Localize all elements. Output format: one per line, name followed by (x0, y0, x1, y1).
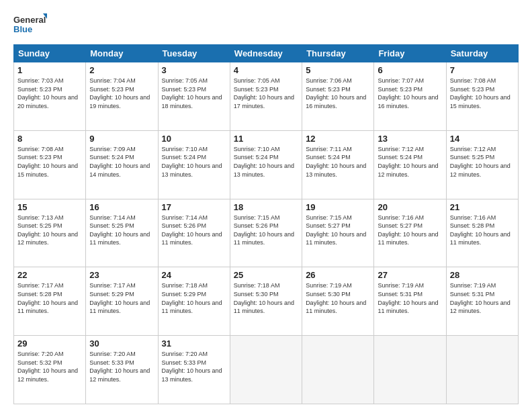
calendar-cell: 21 Sunrise: 7:16 AMSunset: 5:28 PMDaylig… (446, 199, 518, 267)
calendar-cell: 6 Sunrise: 7:07 AMSunset: 5:23 PMDayligh… (374, 62, 446, 131)
calendar-cell: 23 Sunrise: 7:17 AMSunset: 5:29 PMDaylig… (86, 267, 158, 336)
day-number: 12 (306, 134, 370, 144)
calendar-cell: 19 Sunrise: 7:15 AMSunset: 5:27 PMDaylig… (302, 199, 374, 267)
day-info: Sunrise: 7:12 AMSunset: 5:24 PMDaylight:… (378, 146, 438, 178)
calendar-cell: 11 Sunrise: 7:10 AMSunset: 5:24 PMDaylig… (230, 130, 302, 199)
day-info: Sunrise: 7:17 AMSunset: 5:29 PMDaylight:… (89, 282, 150, 314)
day-info: Sunrise: 7:20 AMSunset: 5:33 PMDaylight:… (89, 351, 150, 383)
day-info: Sunrise: 7:11 AMSunset: 5:24 PMDaylight:… (306, 146, 366, 178)
calendar-cell: 30 Sunrise: 7:20 AMSunset: 5:33 PMDaylig… (86, 336, 158, 404)
calendar-cell (302, 336, 374, 404)
day-info: Sunrise: 7:14 AMSunset: 5:25 PMDaylight:… (89, 214, 150, 246)
day-number: 14 (450, 134, 515, 144)
calendar-cell: 4 Sunrise: 7:05 AMSunset: 5:23 PMDayligh… (230, 62, 302, 131)
day-info: Sunrise: 7:14 AMSunset: 5:26 PMDaylight:… (162, 214, 222, 246)
calendar-cell: 8 Sunrise: 7:08 AMSunset: 5:23 PMDayligh… (14, 130, 86, 199)
day-info: Sunrise: 7:15 AMSunset: 5:26 PMDaylight:… (234, 214, 294, 246)
calendar-cell: 9 Sunrise: 7:09 AMSunset: 5:24 PMDayligh… (86, 130, 158, 199)
day-number: 31 (162, 338, 226, 349)
day-info: Sunrise: 7:20 AMSunset: 5:32 PMDaylight:… (17, 351, 78, 383)
day-number: 1 (17, 65, 82, 75)
day-number: 7 (450, 65, 515, 75)
calendar-cell: 25 Sunrise: 7:18 AMSunset: 5:30 PMDaylig… (230, 267, 302, 336)
day-info: Sunrise: 7:10 AMSunset: 5:24 PMDaylight:… (234, 146, 294, 178)
day-info: Sunrise: 7:05 AMSunset: 5:23 PMDaylight:… (234, 77, 294, 109)
day-info: Sunrise: 7:18 AMSunset: 5:29 PMDaylight:… (162, 282, 222, 314)
day-number: 26 (306, 270, 370, 280)
day-info: Sunrise: 7:16 AMSunset: 5:27 PMDaylight:… (378, 214, 438, 246)
calendar-week-row: 22 Sunrise: 7:17 AMSunset: 5:28 PMDaylig… (14, 267, 519, 336)
day-info: Sunrise: 7:08 AMSunset: 5:23 PMDaylight:… (450, 77, 511, 109)
day-info: Sunrise: 7:09 AMSunset: 5:24 PMDaylight:… (89, 146, 150, 178)
day-info: Sunrise: 7:19 AMSunset: 5:31 PMDaylight:… (378, 282, 438, 314)
day-number: 27 (378, 270, 442, 280)
day-header: Thursday (302, 45, 374, 62)
calendar-cell (446, 336, 518, 404)
calendar-table: SundayMondayTuesdayWednesdayThursdayFrid… (13, 44, 519, 404)
day-number: 8 (17, 134, 82, 144)
calendar-cell (230, 336, 302, 404)
calendar-cell: 28 Sunrise: 7:19 AMSunset: 5:31 PMDaylig… (446, 267, 518, 336)
calendar-cell: 1 Sunrise: 7:03 AMSunset: 5:23 PMDayligh… (14, 62, 86, 131)
day-number: 28 (450, 270, 515, 280)
day-info: Sunrise: 7:07 AMSunset: 5:23 PMDaylight:… (378, 77, 438, 109)
day-info: Sunrise: 7:08 AMSunset: 5:23 PMDaylight:… (17, 146, 78, 178)
day-info: Sunrise: 7:19 AMSunset: 5:30 PMDaylight:… (306, 282, 366, 314)
calendar-cell: 13 Sunrise: 7:12 AMSunset: 5:24 PMDaylig… (374, 130, 446, 199)
day-info: Sunrise: 7:19 AMSunset: 5:31 PMDaylight:… (450, 282, 511, 314)
day-number: 6 (378, 65, 442, 75)
calendar-cell: 20 Sunrise: 7:16 AMSunset: 5:27 PMDaylig… (374, 199, 446, 267)
day-number: 4 (234, 65, 298, 75)
svg-text:Blue: Blue (13, 24, 32, 34)
day-number: 3 (162, 65, 226, 75)
calendar-cell: 14 Sunrise: 7:12 AMSunset: 5:25 PMDaylig… (446, 130, 518, 199)
logo: General Blue (13, 12, 47, 38)
day-number: 25 (234, 270, 298, 280)
day-info: Sunrise: 7:13 AMSunset: 5:25 PMDaylight:… (17, 214, 78, 246)
calendar-cell: 5 Sunrise: 7:06 AMSunset: 5:23 PMDayligh… (302, 62, 374, 131)
day-header: Saturday (446, 45, 518, 62)
calendar-cell: 17 Sunrise: 7:14 AMSunset: 5:26 PMDaylig… (158, 199, 230, 267)
calendar-cell: 2 Sunrise: 7:04 AMSunset: 5:23 PMDayligh… (86, 62, 158, 131)
day-number: 11 (234, 134, 298, 144)
calendar-cell: 26 Sunrise: 7:19 AMSunset: 5:30 PMDaylig… (302, 267, 374, 336)
day-header: Monday (86, 45, 158, 62)
calendar-cell: 22 Sunrise: 7:17 AMSunset: 5:28 PMDaylig… (14, 267, 86, 336)
day-number: 17 (162, 202, 226, 212)
day-number: 22 (17, 270, 82, 280)
page: General Blue SundayMondayTuesdayWednesda… (0, 0, 532, 411)
day-info: Sunrise: 7:18 AMSunset: 5:30 PMDaylight:… (234, 282, 294, 314)
day-info: Sunrise: 7:04 AMSunset: 5:23 PMDaylight:… (89, 77, 150, 109)
calendar-week-row: 29 Sunrise: 7:20 AMSunset: 5:32 PMDaylig… (14, 336, 519, 404)
logo-svg: General Blue (13, 12, 47, 38)
day-info: Sunrise: 7:16 AMSunset: 5:28 PMDaylight:… (450, 214, 511, 246)
day-number: 16 (89, 202, 154, 212)
day-info: Sunrise: 7:17 AMSunset: 5:28 PMDaylight:… (17, 282, 78, 314)
day-number: 29 (17, 338, 82, 349)
day-info: Sunrise: 7:12 AMSunset: 5:25 PMDaylight:… (450, 146, 511, 178)
day-info: Sunrise: 7:03 AMSunset: 5:23 PMDaylight:… (17, 77, 78, 109)
calendar-cell: 18 Sunrise: 7:15 AMSunset: 5:26 PMDaylig… (230, 199, 302, 267)
day-info: Sunrise: 7:06 AMSunset: 5:23 PMDaylight:… (306, 77, 366, 109)
calendar-header-row: SundayMondayTuesdayWednesdayThursdayFrid… (14, 45, 519, 62)
calendar-cell: 16 Sunrise: 7:14 AMSunset: 5:25 PMDaylig… (86, 199, 158, 267)
calendar-week-row: 1 Sunrise: 7:03 AMSunset: 5:23 PMDayligh… (14, 62, 519, 131)
day-number: 2 (89, 65, 154, 75)
day-number: 24 (162, 270, 226, 280)
calendar-cell: 12 Sunrise: 7:11 AMSunset: 5:24 PMDaylig… (302, 130, 374, 199)
day-number: 5 (306, 65, 370, 75)
day-number: 20 (378, 202, 442, 212)
calendar-cell: 24 Sunrise: 7:18 AMSunset: 5:29 PMDaylig… (158, 267, 230, 336)
day-number: 21 (450, 202, 515, 212)
day-info: Sunrise: 7:15 AMSunset: 5:27 PMDaylight:… (306, 214, 366, 246)
day-header: Wednesday (230, 45, 302, 62)
day-number: 18 (234, 202, 298, 212)
calendar-cell: 29 Sunrise: 7:20 AMSunset: 5:32 PMDaylig… (14, 336, 86, 404)
day-info: Sunrise: 7:10 AMSunset: 5:24 PMDaylight:… (162, 146, 222, 178)
day-number: 23 (89, 270, 154, 280)
day-header: Sunday (14, 45, 86, 62)
day-number: 10 (162, 134, 226, 144)
day-info: Sunrise: 7:20 AMSunset: 5:33 PMDaylight:… (162, 351, 222, 383)
day-header: Friday (374, 45, 446, 62)
day-number: 15 (17, 202, 82, 212)
